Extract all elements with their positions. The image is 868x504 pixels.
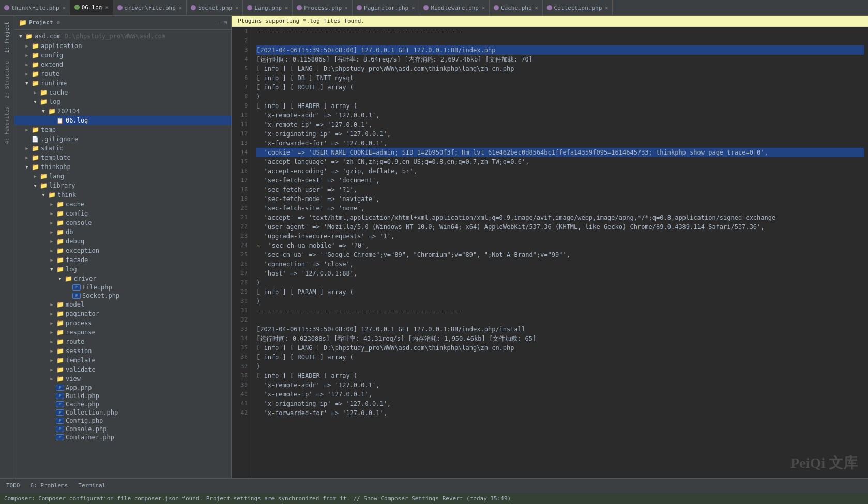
- tree-item-container-php[interactable]: PContainer.php: [14, 433, 231, 441]
- tree-item-runtime[interactable]: ▼📁runtime: [14, 79, 231, 88]
- tab-cache[interactable]: Cache.php×: [490, 0, 543, 16]
- tree-item-process[interactable]: ▶📁process: [14, 318, 231, 328]
- tree-arrow: ▶: [48, 211, 56, 216]
- tree-item-session[interactable]: ▶📁session: [14, 346, 231, 356]
- tree-item-static[interactable]: ▶📁static: [14, 144, 231, 153]
- tab-think-file[interactable]: think\File.php×: [0, 0, 70, 16]
- tree-label: think: [57, 191, 76, 198]
- tree-item-config-php[interactable]: PConfig.php: [14, 417, 231, 425]
- tab-close-lang[interactable]: ×: [285, 5, 288, 11]
- tree-item-06-log[interactable]: 📋06.log: [14, 116, 231, 125]
- bottom-tab-terminal[interactable]: Terminal: [76, 482, 108, 489]
- code-text-29: [ info ] [ PARAM ] array (: [256, 287, 354, 297]
- tab-close-process[interactable]: ×: [345, 5, 348, 11]
- tree-item-202104[interactable]: ▼📁202104: [14, 106, 231, 116]
- tree-item-db[interactable]: ▶📁db: [14, 227, 231, 237]
- tab-close-cache[interactable]: ×: [535, 5, 538, 11]
- tab-driver-file[interactable]: driver\File.php×: [113, 0, 187, 16]
- tree-item-library[interactable]: ▼📁library: [14, 181, 231, 190]
- tab-lang[interactable]: Lang.php×: [243, 0, 293, 16]
- tree-item-thinkphp[interactable]: ▼📁thinkphp: [14, 162, 231, 172]
- code-text-23: 'upgrade-insecure-requests' => '1',: [256, 232, 394, 241]
- tree-icon-template: 📁: [56, 356, 64, 364]
- editor-content[interactable]: 1234567891011121314151617181920212223242…: [232, 27, 868, 478]
- tab-close-think-file[interactable]: ×: [63, 5, 66, 11]
- tree-item-response[interactable]: ▶📁response: [14, 328, 231, 337]
- left-tab-2:-structure[interactable]: 2: Structure: [2, 57, 12, 102]
- tree-item-template[interactable]: ▶📁template: [14, 153, 231, 162]
- code-line-8: ): [256, 92, 864, 101]
- line-number-6: 6: [236, 73, 248, 83]
- tree-item-app-php[interactable]: PApp.php: [14, 384, 231, 392]
- tree-item-facade[interactable]: ▶📁facade: [14, 255, 231, 265]
- tree-item-extend[interactable]: ▶📁extend: [14, 60, 231, 69]
- tab-socket[interactable]: Socket.php×: [187, 0, 243, 16]
- bottom-tab-6:-problems[interactable]: 6: Problems: [28, 482, 70, 489]
- tree-arrow: ▼: [48, 267, 56, 272]
- tree-item-log[interactable]: ▼📁log: [14, 265, 231, 274]
- tree-item-temp[interactable]: ▶📁temp: [14, 125, 231, 134]
- tree-item-log[interactable]: ▼📁log: [14, 97, 231, 106]
- code-text-31: ----------------------------------------…: [256, 306, 462, 315]
- tab-close-middleware[interactable]: ×: [482, 5, 485, 11]
- tab-middleware[interactable]: Middleware.php×: [419, 0, 490, 16]
- left-tab-1:-project[interactable]: 1: Project: [2, 18, 12, 57]
- tree-item-collection-php[interactable]: PCollection.php: [14, 408, 231, 417]
- sidebar-collapse-icon[interactable]: —: [219, 20, 222, 25]
- tree-item-driver[interactable]: ▼📁driver: [14, 274, 231, 283]
- tree-arrow: ▶: [48, 330, 56, 335]
- tree-item-template[interactable]: ▶📁template: [14, 356, 231, 365]
- tree-item--gitignore[interactable]: 📄.gitignore: [14, 134, 231, 144]
- code-text-27: 'host' => '127.0.0.1:88',: [256, 269, 357, 278]
- code-line-1: ----------------------------------------…: [256, 27, 864, 36]
- code-line-9: [ info ] [ HEADER ] array (: [256, 101, 864, 111]
- tree-item-cache-php[interactable]: PCache.php: [14, 400, 231, 408]
- tree-item-cache[interactable]: ▶📁cache: [14, 200, 231, 209]
- tree-item-config[interactable]: ▶📁config: [14, 209, 231, 218]
- tree-item-exception[interactable]: ▶📁exception: [14, 246, 231, 255]
- left-tab-4:-favorites[interactable]: 4: Favorites: [2, 102, 12, 148]
- sidebar-settings-icon[interactable]: ⚙: [57, 20, 60, 25]
- code-text-14: 'cookie' => 'USER_NAME_COOKIE=admin; SID…: [256, 148, 768, 157]
- tree-item-socket-php[interactable]: PSocket.php: [14, 292, 231, 300]
- tree-icon-console-php: P: [56, 426, 64, 432]
- tree-label: model: [66, 301, 84, 308]
- tree-item-think[interactable]: ▼📁think: [14, 190, 231, 200]
- tree-icon-app-php: P: [56, 385, 64, 391]
- tree-item-build-php[interactable]: PBuild.php: [14, 392, 231, 400]
- tab-paginator[interactable]: Paginator.php×: [353, 0, 419, 16]
- main-content: 1: Project2: Structure4: Favorites 📁 Pro…: [0, 16, 868, 478]
- tree-item-model[interactable]: ▶📁model: [14, 300, 231, 309]
- tree-item-console[interactable]: ▶📁console: [14, 218, 231, 227]
- tree-item-view[interactable]: ▶📁view: [14, 374, 231, 384]
- tree-item-route[interactable]: ▶📁route: [14, 337, 231, 346]
- tree-item-application[interactable]: ▶📁application: [14, 41, 231, 51]
- tab-label-paginator: Paginator.php: [364, 5, 408, 11]
- sidebar-expand-icon[interactable]: ⊞: [224, 20, 227, 25]
- sidebar-root[interactable]: ▼ 📁 asd.com D:\phpstudy_pro\WWW\asd.com: [14, 31, 231, 41]
- tree-arrow: ▶: [48, 220, 56, 225]
- tree-item-paginator[interactable]: ▶📁paginator: [14, 309, 231, 318]
- tab-close-paginator[interactable]: ×: [412, 5, 415, 11]
- tab-06-log[interactable]: 06.log×: [70, 0, 113, 16]
- tab-close-collection[interactable]: ×: [605, 5, 608, 11]
- tree-item-validate[interactable]: ▶📁validate: [14, 365, 231, 374]
- code-line-15: 'accept-language' => 'zh-CN,zh;q=0.9,en-…: [256, 157, 864, 166]
- code-line-32: [256, 315, 864, 325]
- tree-icon-db: 📁: [56, 228, 64, 236]
- tab-close-06-log[interactable]: ×: [105, 5, 109, 10]
- tree-item-route[interactable]: ▶📁route: [14, 69, 231, 79]
- tab-collection[interactable]: Collection.php×: [543, 0, 613, 16]
- line-number-23: 23: [236, 232, 248, 241]
- tree-item-cache[interactable]: ▶📁cache: [14, 88, 231, 97]
- line-number-22: 22: [236, 222, 248, 232]
- tab-close-socket[interactable]: ×: [235, 5, 238, 11]
- tree-item-config[interactable]: ▶📁config: [14, 51, 231, 60]
- tree-item-file-php[interactable]: PFile.php: [14, 283, 231, 292]
- tree-item-debug[interactable]: ▶📁debug: [14, 237, 231, 246]
- tab-close-driver-file[interactable]: ×: [179, 5, 182, 11]
- tree-item-lang[interactable]: ▶📁lang: [14, 172, 231, 181]
- bottom-tab-todo[interactable]: TODO: [4, 482, 22, 489]
- tree-item-console-php[interactable]: PConsole.php: [14, 425, 231, 433]
- tab-process[interactable]: Process.php×: [293, 0, 353, 16]
